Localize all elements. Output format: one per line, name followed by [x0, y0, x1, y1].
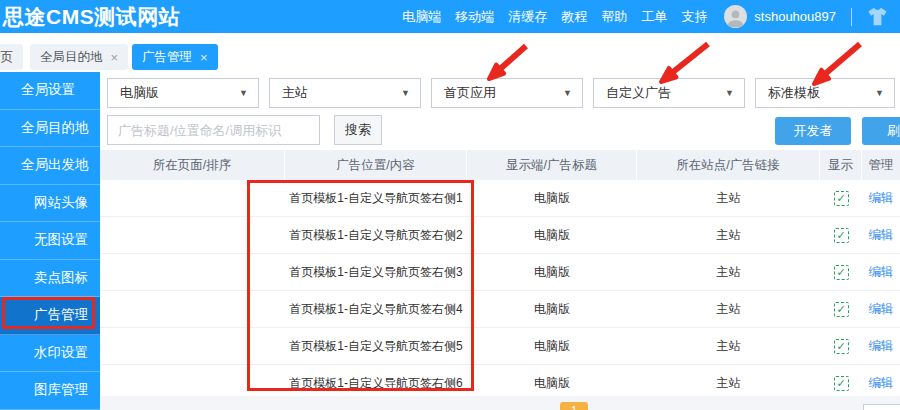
- table-row: 首页模板1-自定义导航页签右侧4 电脑版 主站 ✓ 编辑: [100, 291, 900, 328]
- edit-link[interactable]: 编辑: [869, 264, 894, 281]
- ad-position-cell: 首页模板1-自定义导航页签右侧6: [285, 375, 467, 392]
- ad-position-cell: 首页模板1-自定义导航页签右侧2: [285, 227, 467, 244]
- sidebar-item-global-settings[interactable]: 全局设置: [0, 72, 100, 110]
- chevron-down-icon: ▼: [239, 88, 248, 98]
- top-nav: 电脑端 移动端 清缓存 教程 帮助 工单 支持: [402, 8, 707, 26]
- header-divider: [851, 8, 852, 26]
- column-header-site-link: 所在站点/广告链接: [637, 150, 820, 180]
- select-value: 首页应用: [444, 84, 496, 102]
- site-cell: 主站: [637, 338, 820, 355]
- search-button[interactable]: 搜索: [334, 115, 382, 145]
- sidebar-item-no-image-settings[interactable]: 无图设置: [0, 222, 100, 260]
- tab-home[interactable]: 首页: [0, 44, 23, 70]
- select-value: 主站: [282, 84, 308, 102]
- edit-link[interactable]: 编辑: [869, 375, 894, 392]
- tab-label: 广告管理: [142, 49, 192, 66]
- edit-link[interactable]: 编辑: [869, 301, 894, 318]
- filter-page-select[interactable]: 首页应用 ▼: [431, 78, 583, 108]
- site-cell: 主站: [637, 301, 820, 318]
- pagination-bar: 1: [100, 396, 900, 410]
- nav-item-tutorial[interactable]: 教程: [561, 8, 587, 26]
- site-cell: 主站: [637, 375, 820, 392]
- filter-site-select[interactable]: 主站 ▼: [269, 78, 421, 108]
- edit-link[interactable]: 编辑: [869, 338, 894, 355]
- tab-bar: 首页 全局目的地 × 广告管理 ×: [0, 33, 900, 72]
- table-row: 首页模板1-自定义导航页签右侧3 电脑版 主站 ✓ 编辑: [100, 254, 900, 291]
- select-value: 标准模板: [768, 84, 820, 102]
- column-header-ad-position: 广告位置/内容: [285, 150, 467, 180]
- page-size-box[interactable]: [863, 404, 900, 410]
- client-cell: 电脑版: [467, 190, 637, 207]
- client-cell: 电脑版: [467, 375, 637, 392]
- tab-label: 首页: [0, 49, 13, 66]
- table-body: 首页模板1-自定义导航页签右侧1 电脑版 主站 ✓ 编辑 首页模板1-自定义导航…: [100, 180, 900, 402]
- sidebar-item-site-avatar[interactable]: 网站头像: [0, 185, 100, 223]
- select-value: 电脑版: [120, 84, 159, 102]
- filter-ad-type-select[interactable]: 自定义广告 ▼: [593, 78, 745, 108]
- nav-item-support[interactable]: 支持: [681, 8, 707, 26]
- table-row: 首页模板1-自定义导航页签右侧1 电脑版 主站 ✓ 编辑: [100, 180, 900, 217]
- tab-label: 全局目的地: [40, 49, 103, 66]
- page-1-button[interactable]: 1: [560, 402, 588, 410]
- chevron-down-icon: ▼: [563, 88, 572, 98]
- nav-item-mobile-client[interactable]: 移动端: [455, 8, 494, 26]
- sidebar-item-global-departure[interactable]: 全局出发地: [0, 147, 100, 185]
- edit-link[interactable]: 编辑: [869, 227, 894, 244]
- developer-button[interactable]: 开发者: [775, 117, 851, 145]
- client-cell: 电脑版: [467, 301, 637, 318]
- chevron-down-icon: ▼: [875, 88, 884, 98]
- main-content: 电脑版 ▼ 主站 ▼ 首页应用 ▼ 自定义广告 ▼ 标准模板 ▼ 搜索 开发者 …: [100, 72, 900, 410]
- sidebar-item-gallery-management[interactable]: 图库管理: [0, 372, 100, 410]
- sidebar-item-ad-management[interactable]: 广告管理: [0, 297, 100, 335]
- column-header-client-title: 显示端/广告标题: [467, 150, 637, 180]
- ad-position-cell: 首页模板1-自定义导航页签右侧5: [285, 338, 467, 355]
- column-header-page-sort: 所在页面/排序: [100, 150, 285, 180]
- site-logo: 思途CMS测试网站: [0, 3, 180, 31]
- close-icon[interactable]: ×: [111, 51, 119, 64]
- table-header: 所在页面/排序 广告位置/内容 显示端/广告标题 所在站点/广告链接 显示 管理: [100, 150, 900, 180]
- user-avatar-icon: [724, 5, 747, 28]
- visible-checkbox[interactable]: ✓: [834, 376, 849, 391]
- client-cell: 电脑版: [467, 264, 637, 281]
- nav-item-ticket[interactable]: 工单: [641, 8, 667, 26]
- select-value: 自定义广告: [606, 84, 671, 102]
- visible-checkbox[interactable]: ✓: [834, 265, 849, 280]
- site-cell: 主站: [637, 227, 820, 244]
- tshirt-theme-icon[interactable]: [867, 7, 888, 26]
- tab-ad-management[interactable]: 广告管理 ×: [132, 44, 218, 70]
- edit-link[interactable]: 编辑: [869, 190, 894, 207]
- nav-item-pc-client[interactable]: 电脑端: [402, 8, 441, 26]
- sidebar: 全局设置 全局目的地 全局出发地 网站头像 无图设置 卖点图标 广告管理 水印设…: [0, 72, 100, 410]
- username: stshouhou897: [754, 9, 836, 24]
- filter-template-select[interactable]: 标准模板 ▼: [755, 78, 895, 108]
- column-header-manage: 管理: [862, 150, 900, 180]
- sidebar-item-global-destination[interactable]: 全局目的地: [0, 110, 100, 148]
- tab-global-destination[interactable]: 全局目的地 ×: [30, 44, 128, 70]
- refresh-button[interactable]: 刷新: [862, 117, 900, 145]
- close-icon[interactable]: ×: [200, 51, 208, 64]
- top-header: 思途CMS测试网站 电脑端 移动端 清缓存 教程 帮助 工单 支持 stshou…: [0, 0, 900, 33]
- chevron-down-icon: ▼: [401, 88, 410, 98]
- visible-checkbox[interactable]: ✓: [834, 228, 849, 243]
- table-row: 首页模板1-自定义导航页签右侧2 电脑版 主站 ✓ 编辑: [100, 217, 900, 254]
- table-row: 首页模板1-自定义导航页签右侧5 电脑版 主站 ✓ 编辑: [100, 328, 900, 365]
- sidebar-item-selling-point-icons[interactable]: 卖点图标: [0, 260, 100, 298]
- chevron-down-icon: ▼: [725, 88, 734, 98]
- sidebar-item-watermark-settings[interactable]: 水印设置: [0, 335, 100, 373]
- site-cell: 主站: [637, 190, 820, 207]
- visible-checkbox[interactable]: ✓: [834, 191, 849, 206]
- nav-item-clear-cache[interactable]: 清缓存: [508, 8, 547, 26]
- ad-position-cell: 首页模板1-自定义导航页签右侧1: [285, 190, 467, 207]
- user-menu[interactable]: stshouhou897: [724, 5, 836, 28]
- visible-checkbox[interactable]: ✓: [834, 302, 849, 317]
- site-cell: 主站: [637, 264, 820, 281]
- visible-checkbox[interactable]: ✓: [834, 339, 849, 354]
- filter-client-select[interactable]: 电脑版 ▼: [107, 78, 259, 108]
- nav-item-help[interactable]: 帮助: [601, 8, 627, 26]
- ad-position-cell: 首页模板1-自定义导航页签右侧4: [285, 301, 467, 318]
- client-cell: 电脑版: [467, 227, 637, 244]
- column-header-visible: 显示: [820, 150, 862, 180]
- ad-position-cell: 首页模板1-自定义导航页签右侧3: [285, 264, 467, 281]
- search-input[interactable]: [107, 115, 320, 145]
- client-cell: 电脑版: [467, 338, 637, 355]
